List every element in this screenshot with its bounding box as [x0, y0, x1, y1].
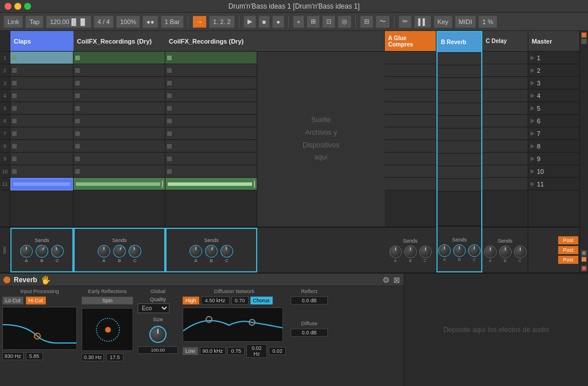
return-a-clip-3[interactable]: [385, 77, 436, 89]
return-a-clip-1[interactable]: [385, 52, 436, 64]
side-btn-3[interactable]: R: [581, 250, 587, 256]
return-a-clip-4[interactable]: [385, 89, 436, 102]
loop-button[interactable]: ⊞: [307, 15, 320, 28]
return-b-clip-8[interactable]: [438, 141, 481, 154]
return-c-clip-7[interactable]: [482, 127, 528, 140]
return-c-clip-11[interactable]: [482, 178, 528, 190]
send-B-knob-B[interactable]: [453, 244, 466, 257]
send-knob-B-claps[interactable]: [33, 242, 51, 259]
arrangement-view-button[interactable]: 〜: [376, 15, 390, 28]
record-button[interactable]: ●: [272, 15, 284, 28]
send-C-knob-B[interactable]: [499, 245, 512, 258]
bar-display[interactable]: 1 Bar: [161, 15, 184, 28]
spin-button[interactable]: Spin: [82, 297, 133, 305]
session-view-button[interactable]: ⊟: [360, 15, 373, 28]
track-header-claps[interactable]: Claps: [10, 31, 74, 52]
size-knob[interactable]: [149, 326, 167, 343]
post-button-1[interactable]: Post: [558, 236, 578, 244]
return-b-clip-9[interactable]: [438, 154, 481, 166]
play-button[interactable]: ▶: [243, 15, 256, 28]
return-c-clip-9[interactable]: [482, 153, 528, 165]
track-header-coil2[interactable]: CoilFX_Recordings (Dry): [165, 31, 257, 52]
rec-dots[interactable]: ●●: [142, 15, 158, 28]
return-a-clip-7[interactable]: [385, 127, 436, 140]
scene-3[interactable]: 3: [528, 77, 579, 89]
clip-coil2-6[interactable]: [165, 115, 257, 127]
stop-button[interactable]: ■: [258, 15, 270, 28]
return-c-clip-6[interactable]: [482, 115, 528, 127]
clip-coil1-2[interactable]: [74, 64, 165, 77]
key-button[interactable]: Key: [434, 15, 452, 28]
clip-coil2-11[interactable]: [165, 178, 257, 190]
side-btn-1[interactable]: [581, 32, 587, 38]
return-c-clip-4[interactable]: [482, 89, 528, 102]
clip-coil2-2[interactable]: [165, 64, 257, 77]
scene-10[interactable]: 10: [528, 165, 579, 178]
clip-claps-5[interactable]: [10, 102, 73, 115]
return-b-clip-7[interactable]: [438, 128, 481, 141]
bpm-display[interactable]: 120.00 ▐▌▐▌: [46, 15, 91, 28]
er-freq[interactable]: 0.30 Hz: [82, 353, 104, 361]
clip-coil2-4[interactable]: [165, 89, 257, 102]
clip-coil2-10[interactable]: [165, 165, 257, 178]
time-sig[interactable]: 4 / 4: [94, 15, 114, 28]
send-A-knob-A[interactable]: [389, 245, 402, 258]
scene-2[interactable]: 2: [528, 64, 579, 77]
return-b-clip-6[interactable]: [438, 116, 481, 128]
clip-coil1-6[interactable]: [74, 115, 165, 127]
return-b-clip-1[interactable]: [438, 53, 481, 65]
clip-coil1-4[interactable]: [74, 89, 165, 102]
diff-high-button[interactable]: High: [183, 297, 199, 305]
size-value[interactable]: 100.00: [138, 346, 178, 354]
return-c-clip-3[interactable]: [482, 77, 528, 89]
metronome-button[interactable]: ◎: [338, 15, 351, 28]
scene-6[interactable]: 6: [528, 115, 579, 127]
plugin-close-icon[interactable]: ⊠: [393, 275, 400, 284]
diff-high-freq[interactable]: 4.50 kHz: [201, 297, 230, 305]
diff-low-freq[interactable]: 90.0 kHz: [200, 347, 226, 355]
return-a-clip-2[interactable]: [385, 64, 436, 77]
input-freq-low[interactable]: 830 Hz: [2, 352, 24, 360]
clip-coil2-7[interactable]: [165, 127, 257, 140]
send-knob-C-claps[interactable]: [49, 243, 65, 259]
send-knob-B-coil2[interactable]: [203, 243, 219, 259]
clip-claps-2[interactable]: [10, 64, 73, 77]
clip-coil2-8[interactable]: [165, 140, 257, 153]
return-a-clip-5[interactable]: [385, 102, 436, 115]
clip-coil1-7[interactable]: [74, 127, 165, 140]
return-b-clip-4[interactable]: [438, 91, 481, 103]
side-btn-4[interactable]: M: [581, 256, 587, 262]
post-button-2[interactable]: Post: [558, 246, 578, 254]
return-a-clip-8[interactable]: [385, 140, 436, 153]
side-btn-5[interactable]: ✕: [581, 266, 587, 271]
clip-coil1-1[interactable]: [74, 52, 165, 64]
clip-coil1-5[interactable]: [74, 102, 165, 115]
return-b-clip-5[interactable]: [438, 103, 481, 116]
diff-hz-val[interactable]: 0.02: [269, 347, 286, 355]
send-knob-B-coil1[interactable]: [111, 243, 127, 259]
minimize-button[interactable]: [14, 3, 21, 10]
clip-claps-7[interactable]: [10, 127, 73, 140]
input-freq-high[interactable]: 5.85: [26, 352, 43, 360]
clip-coil1-8[interactable]: [74, 140, 165, 153]
scene-4[interactable]: 4: [528, 89, 579, 102]
master-header[interactable]: Master: [528, 31, 579, 52]
scene-8[interactable]: 8: [528, 140, 579, 153]
clip-claps-9[interactable]: [10, 153, 73, 165]
clip-claps-11[interactable]: [10, 178, 73, 190]
post-button-3[interactable]: Post: [558, 256, 578, 264]
clip-coil2-9[interactable]: [165, 153, 257, 165]
side-btn-2[interactable]: [581, 38, 587, 44]
clip-coil1-11[interactable]: [74, 178, 165, 190]
scene-5[interactable]: 5: [528, 102, 579, 115]
diff-low-button[interactable]: Low: [183, 347, 198, 355]
return-a-clip-11[interactable]: [385, 178, 436, 190]
send-A-knob-B[interactable]: [404, 245, 417, 258]
diff-low-val[interactable]: 0.75: [227, 347, 245, 355]
er-val[interactable]: 17.5: [106, 353, 123, 361]
chorus-button[interactable]: Chorus: [250, 297, 273, 305]
return-a-clip-6[interactable]: [385, 115, 436, 127]
resize-button[interactable]: ⊡: [322, 15, 335, 28]
send-C-knob-A[interactable]: [484, 245, 497, 258]
plugin-power-dot[interactable]: [3, 276, 10, 283]
